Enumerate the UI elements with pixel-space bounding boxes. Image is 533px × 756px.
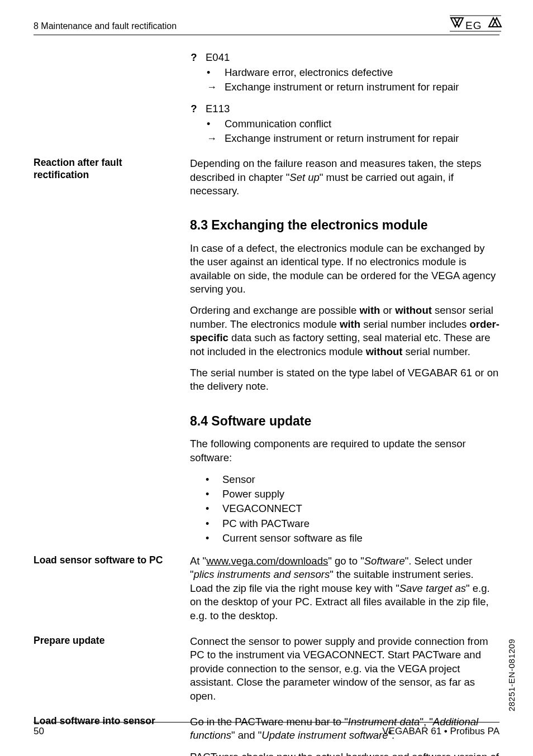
downloads-link[interactable]: www.vega.com/downloads <box>206 555 328 567</box>
sec83-p1: In case of a defect, the electronics mod… <box>190 242 499 296</box>
bullet-icon <box>206 501 216 516</box>
page-number: 50 <box>34 726 44 737</box>
list-item: Power supply <box>206 487 499 501</box>
fault-code: E113 <box>206 102 230 116</box>
margin-label-reaction: Reaction after fault rectification <box>34 157 179 181</box>
list-item: PC with PACTware <box>206 516 499 531</box>
prepare-text: Connect the sensor to power supply and p… <box>190 635 499 703</box>
reaction-block: Reaction after fault rectification Depen… <box>34 157 499 205</box>
bullet-icon <box>206 487 216 501</box>
load-pc-block: Load sensor software to PC At "www.vega.… <box>34 554 499 630</box>
bullet-icon <box>206 531 216 546</box>
page: 8 Maintenance and fault rectification EG… <box>0 0 533 756</box>
fault-item: Exchange instrument or return instrument… <box>207 131 499 146</box>
margin-label-load-pc: Load sensor software to PC <box>34 554 179 567</box>
bullet-icon <box>206 516 216 531</box>
section-8-3: 8.3 Exchanging the electronics module In… <box>34 205 499 401</box>
arrow-icon <box>207 131 218 146</box>
page-footer: 50 VEGABAR 61 • Profibus PA <box>34 722 499 737</box>
list-item: VEGACONNECT <box>206 501 499 516</box>
fault-item: Exchange instrument or return instrument… <box>207 80 499 94</box>
bullet-icon <box>206 472 216 487</box>
fault-e113: ?E113 Communication conflict Exchange in… <box>190 102 499 146</box>
heading-8-4: 8.4 Software update <box>190 413 499 429</box>
question-icon: ? <box>190 102 198 116</box>
fault-e041: ?E041 Hardware error, electronics defect… <box>190 51 499 94</box>
fault-item: Hardware error, electronics defective <box>207 65 499 80</box>
load-pc-text: At "www.vega.com/downloads" go to "Softw… <box>190 554 499 623</box>
sec83-p2: Ordering and exchange are possible with … <box>190 304 499 358</box>
heading-8-3: 8.3 Exchanging the electronics module <box>190 217 499 233</box>
doc-title: VEGABAR 61 • Profibus PA <box>382 726 499 737</box>
side-code: 28251-EN-081209 <box>507 639 516 711</box>
reaction-text: Depending on the failure reason and meas… <box>190 157 499 198</box>
sec83-p3: The serial number is stated on the type … <box>190 366 499 394</box>
list-item: Sensor <box>206 472 499 487</box>
prepare-block: Prepare update Connect the sensor to pow… <box>34 635 499 711</box>
fault-e041-row: ?E041 Hardware error, electronics defect… <box>34 51 499 154</box>
arrow-icon <box>207 80 218 94</box>
margin-label-prepare: Prepare update <box>34 635 179 647</box>
requirements-list: Sensor Power supply VEGACONNECT PC with … <box>206 472 499 546</box>
list-item: Current sensor software as file <box>206 531 499 546</box>
svg-text:EG: EG <box>465 20 482 31</box>
footer-rule <box>34 722 499 722</box>
fault-code: E041 <box>206 51 230 64</box>
question-icon: ? <box>190 51 198 64</box>
vega-logo: EG <box>449 15 502 41</box>
bullet-icon <box>207 65 218 80</box>
sec84-intro: The following components are required to… <box>190 437 499 465</box>
bullet-icon <box>207 117 218 131</box>
running-head: 8 Maintenance and fault rectification <box>34 21 499 31</box>
load-sensor-p2: PACTware checks now the actual hardware … <box>190 750 499 756</box>
header-rule <box>34 35 499 35</box>
section-8-4: 8.4 Software update The following compon… <box>34 401 499 554</box>
fault-item: Communication conflict <box>207 117 499 131</box>
